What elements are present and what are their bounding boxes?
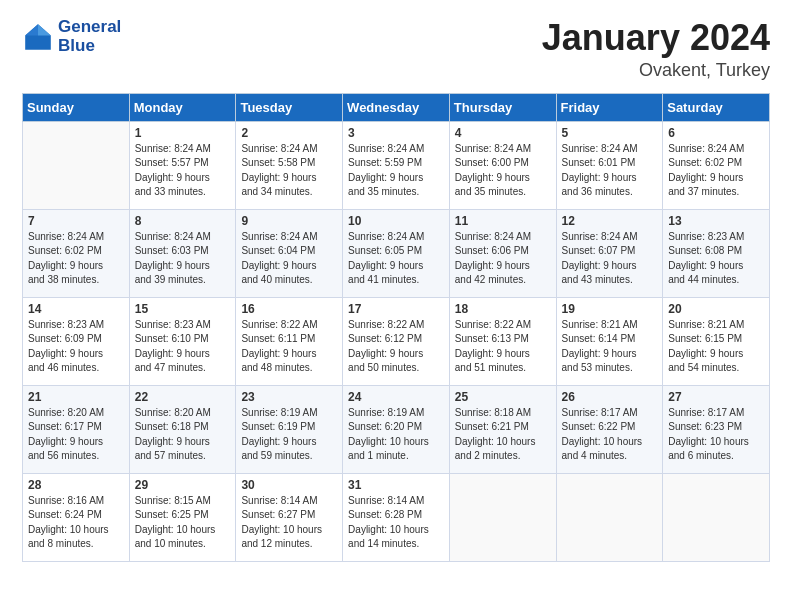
week-row-0: 1Sunrise: 8:24 AM Sunset: 5:57 PM Daylig… [23, 121, 770, 209]
day-info: Sunrise: 8:21 AM Sunset: 6:15 PM Dayligh… [668, 318, 764, 376]
header: General Blue January 2024 Ovakent, Turke… [22, 18, 770, 81]
day-number: 4 [455, 126, 551, 140]
calendar-cell: 3Sunrise: 8:24 AM Sunset: 5:59 PM Daylig… [343, 121, 450, 209]
day-info: Sunrise: 8:24 AM Sunset: 5:57 PM Dayligh… [135, 142, 231, 200]
calendar-cell: 19Sunrise: 8:21 AM Sunset: 6:14 PM Dayli… [556, 297, 663, 385]
day-info: Sunrise: 8:24 AM Sunset: 6:03 PM Dayligh… [135, 230, 231, 288]
day-number: 31 [348, 478, 444, 492]
calendar-cell [449, 473, 556, 561]
day-number: 21 [28, 390, 124, 404]
day-info: Sunrise: 8:24 AM Sunset: 6:04 PM Dayligh… [241, 230, 337, 288]
calendar-cell: 8Sunrise: 8:24 AM Sunset: 6:03 PM Daylig… [129, 209, 236, 297]
day-info: Sunrise: 8:24 AM Sunset: 6:00 PM Dayligh… [455, 142, 551, 200]
calendar-cell: 13Sunrise: 8:23 AM Sunset: 6:08 PM Dayli… [663, 209, 770, 297]
day-number: 2 [241, 126, 337, 140]
day-info: Sunrise: 8:24 AM Sunset: 6:02 PM Dayligh… [668, 142, 764, 200]
day-number: 11 [455, 214, 551, 228]
header-cell-friday: Friday [556, 93, 663, 121]
day-number: 29 [135, 478, 231, 492]
day-info: Sunrise: 8:22 AM Sunset: 6:13 PM Dayligh… [455, 318, 551, 376]
day-number: 18 [455, 302, 551, 316]
day-info: Sunrise: 8:24 AM Sunset: 6:07 PM Dayligh… [562, 230, 658, 288]
calendar-cell [663, 473, 770, 561]
calendar-cell: 31Sunrise: 8:14 AM Sunset: 6:28 PM Dayli… [343, 473, 450, 561]
day-info: Sunrise: 8:14 AM Sunset: 6:27 PM Dayligh… [241, 494, 337, 552]
month-title: January 2024 [542, 18, 770, 58]
calendar-cell: 29Sunrise: 8:15 AM Sunset: 6:25 PM Dayli… [129, 473, 236, 561]
day-number: 25 [455, 390, 551, 404]
day-info: Sunrise: 8:20 AM Sunset: 6:18 PM Dayligh… [135, 406, 231, 464]
logo-icon [22, 21, 54, 53]
header-cell-thursday: Thursday [449, 93, 556, 121]
calendar-cell: 24Sunrise: 8:19 AM Sunset: 6:20 PM Dayli… [343, 385, 450, 473]
day-number: 20 [668, 302, 764, 316]
calendar-cell: 22Sunrise: 8:20 AM Sunset: 6:18 PM Dayli… [129, 385, 236, 473]
calendar-cell: 12Sunrise: 8:24 AM Sunset: 6:07 PM Dayli… [556, 209, 663, 297]
day-number: 9 [241, 214, 337, 228]
day-number: 30 [241, 478, 337, 492]
day-info: Sunrise: 8:21 AM Sunset: 6:14 PM Dayligh… [562, 318, 658, 376]
day-info: Sunrise: 8:14 AM Sunset: 6:28 PM Dayligh… [348, 494, 444, 552]
title-block: January 2024 Ovakent, Turkey [542, 18, 770, 81]
day-info: Sunrise: 8:23 AM Sunset: 6:08 PM Dayligh… [668, 230, 764, 288]
day-info: Sunrise: 8:24 AM Sunset: 6:01 PM Dayligh… [562, 142, 658, 200]
calendar-cell: 27Sunrise: 8:17 AM Sunset: 6:23 PM Dayli… [663, 385, 770, 473]
calendar-cell: 5Sunrise: 8:24 AM Sunset: 6:01 PM Daylig… [556, 121, 663, 209]
day-info: Sunrise: 8:23 AM Sunset: 6:09 PM Dayligh… [28, 318, 124, 376]
day-number: 7 [28, 214, 124, 228]
day-info: Sunrise: 8:18 AM Sunset: 6:21 PM Dayligh… [455, 406, 551, 464]
day-info: Sunrise: 8:15 AM Sunset: 6:25 PM Dayligh… [135, 494, 231, 552]
calendar-cell: 2Sunrise: 8:24 AM Sunset: 5:58 PM Daylig… [236, 121, 343, 209]
day-number: 19 [562, 302, 658, 316]
day-number: 13 [668, 214, 764, 228]
calendar-cell: 20Sunrise: 8:21 AM Sunset: 6:15 PM Dayli… [663, 297, 770, 385]
calendar-cell: 28Sunrise: 8:16 AM Sunset: 6:24 PM Dayli… [23, 473, 130, 561]
day-info: Sunrise: 8:19 AM Sunset: 6:19 PM Dayligh… [241, 406, 337, 464]
day-info: Sunrise: 8:22 AM Sunset: 6:11 PM Dayligh… [241, 318, 337, 376]
calendar-cell: 11Sunrise: 8:24 AM Sunset: 6:06 PM Dayli… [449, 209, 556, 297]
header-cell-monday: Monday [129, 93, 236, 121]
calendar-cell: 30Sunrise: 8:14 AM Sunset: 6:27 PM Dayli… [236, 473, 343, 561]
day-info: Sunrise: 8:17 AM Sunset: 6:23 PM Dayligh… [668, 406, 764, 464]
calendar-cell: 17Sunrise: 8:22 AM Sunset: 6:12 PM Dayli… [343, 297, 450, 385]
page: General Blue January 2024 Ovakent, Turke… [0, 0, 792, 612]
day-number: 16 [241, 302, 337, 316]
calendar-cell: 10Sunrise: 8:24 AM Sunset: 6:05 PM Dayli… [343, 209, 450, 297]
day-number: 1 [135, 126, 231, 140]
day-info: Sunrise: 8:22 AM Sunset: 6:12 PM Dayligh… [348, 318, 444, 376]
day-info: Sunrise: 8:24 AM Sunset: 5:59 PM Dayligh… [348, 142, 444, 200]
calendar-cell: 21Sunrise: 8:20 AM Sunset: 6:17 PM Dayli… [23, 385, 130, 473]
calendar-cell: 9Sunrise: 8:24 AM Sunset: 6:04 PM Daylig… [236, 209, 343, 297]
week-row-1: 7Sunrise: 8:24 AM Sunset: 6:02 PM Daylig… [23, 209, 770, 297]
day-info: Sunrise: 8:23 AM Sunset: 6:10 PM Dayligh… [135, 318, 231, 376]
day-number: 24 [348, 390, 444, 404]
svg-marker-2 [25, 24, 38, 35]
day-info: Sunrise: 8:20 AM Sunset: 6:17 PM Dayligh… [28, 406, 124, 464]
calendar-cell: 26Sunrise: 8:17 AM Sunset: 6:22 PM Dayli… [556, 385, 663, 473]
calendar-cell: 14Sunrise: 8:23 AM Sunset: 6:09 PM Dayli… [23, 297, 130, 385]
day-number: 14 [28, 302, 124, 316]
day-number: 12 [562, 214, 658, 228]
calendar-cell: 16Sunrise: 8:22 AM Sunset: 6:11 PM Dayli… [236, 297, 343, 385]
calendar-cell: 15Sunrise: 8:23 AM Sunset: 6:10 PM Dayli… [129, 297, 236, 385]
logo-text: General Blue [58, 18, 121, 55]
calendar-table: SundayMondayTuesdayWednesdayThursdayFrid… [22, 93, 770, 562]
header-cell-wednesday: Wednesday [343, 93, 450, 121]
day-number: 17 [348, 302, 444, 316]
calendar-cell: 4Sunrise: 8:24 AM Sunset: 6:00 PM Daylig… [449, 121, 556, 209]
day-number: 28 [28, 478, 124, 492]
day-number: 26 [562, 390, 658, 404]
day-number: 23 [241, 390, 337, 404]
day-info: Sunrise: 8:17 AM Sunset: 6:22 PM Dayligh… [562, 406, 658, 464]
day-number: 15 [135, 302, 231, 316]
calendar-cell: 18Sunrise: 8:22 AM Sunset: 6:13 PM Dayli… [449, 297, 556, 385]
day-number: 6 [668, 126, 764, 140]
calendar-cell: 6Sunrise: 8:24 AM Sunset: 6:02 PM Daylig… [663, 121, 770, 209]
calendar-cell: 7Sunrise: 8:24 AM Sunset: 6:02 PM Daylig… [23, 209, 130, 297]
calendar-cell [23, 121, 130, 209]
header-cell-sunday: Sunday [23, 93, 130, 121]
day-info: Sunrise: 8:16 AM Sunset: 6:24 PM Dayligh… [28, 494, 124, 552]
header-row: SundayMondayTuesdayWednesdayThursdayFrid… [23, 93, 770, 121]
day-info: Sunrise: 8:24 AM Sunset: 6:05 PM Dayligh… [348, 230, 444, 288]
calendar-cell: 23Sunrise: 8:19 AM Sunset: 6:19 PM Dayli… [236, 385, 343, 473]
